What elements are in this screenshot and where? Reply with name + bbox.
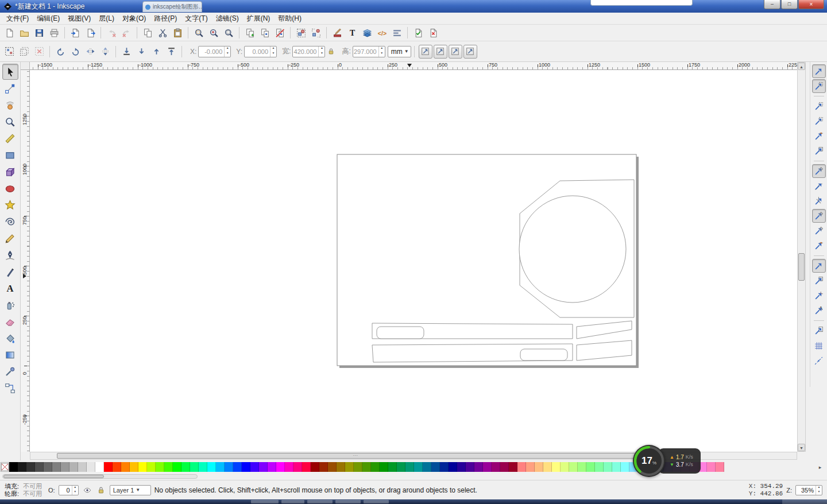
snap-other-points-toggle[interactable] xyxy=(812,259,826,273)
close-button[interactable]: × xyxy=(798,0,824,9)
palette-swatch[interactable] xyxy=(492,462,500,472)
palette-swatch[interactable] xyxy=(319,462,328,472)
palette-swatch[interactable] xyxy=(78,462,87,472)
palette-swatch[interactable] xyxy=(147,462,156,472)
snap-object-centers-toggle[interactable] xyxy=(812,274,826,288)
create-clone-button[interactable] xyxy=(257,25,272,40)
menu-help[interactable]: 帮助(H) xyxy=(274,13,306,25)
palette-swatch[interactable] xyxy=(526,462,535,472)
vertical-ruler[interactable]: 125010007505002500-250 xyxy=(21,70,30,452)
taskbar-window-button[interactable] xyxy=(281,500,304,503)
tool-selector[interactable] xyxy=(2,64,18,80)
taskbar-window-button[interactable] xyxy=(335,500,361,503)
palette-swatch[interactable] xyxy=(543,462,552,472)
taskbar-window-button[interactable] xyxy=(251,500,279,503)
snap-bbox-corners-toggle[interactable] xyxy=(812,114,826,128)
snap-cusp-nodes-toggle[interactable] xyxy=(812,209,826,223)
drawing-circle[interactable] xyxy=(519,196,626,303)
network-speed-overlay[interactable]: ▲ 1.7 K/s ▼ 3.7 K/s 17 % xyxy=(633,443,713,479)
height-input[interactable]: 297.000 xyxy=(353,46,385,57)
background-browser-tab[interactable]: inkscape绘制图形….jpg xyxy=(142,1,202,12)
spinner-arrows[interactable] xyxy=(72,486,78,495)
menu-filters[interactable]: 滤镜(S) xyxy=(212,13,243,25)
palette-swatch[interactable] xyxy=(26,462,35,472)
tool-spray[interactable] xyxy=(2,297,18,313)
snap-bounding-box-toggle[interactable] xyxy=(812,79,826,93)
palette-swatch[interactable] xyxy=(380,462,388,472)
snap-smooth-nodes-toggle[interactable] xyxy=(812,224,826,238)
maximize-button[interactable]: □ xyxy=(781,0,798,9)
palette-swatch[interactable] xyxy=(104,462,113,472)
spinner-arrows[interactable] xyxy=(378,46,385,57)
palette-swatch[interactable] xyxy=(371,462,380,472)
palette-swatch[interactable] xyxy=(535,462,543,472)
zoom-to-drawing-button[interactable] xyxy=(206,25,221,40)
horizontal-ruler[interactable]: -1500-1250-1000-750-500-2500250500750100… xyxy=(30,62,797,70)
lower-button[interactable] xyxy=(134,44,149,59)
tool-measure[interactable] xyxy=(2,130,18,146)
palette-swatch[interactable] xyxy=(500,462,509,472)
palette-swatch[interactable] xyxy=(474,462,483,472)
palette-swatch[interactable] xyxy=(388,462,397,472)
tool-3d-box[interactable] xyxy=(2,164,18,180)
rotate-cw-button[interactable] xyxy=(68,44,83,59)
menu-object[interactable]: 对象(O) xyxy=(118,13,150,25)
tool-node-editor[interactable] xyxy=(2,80,18,96)
select-all-layers-button[interactable] xyxy=(17,44,32,59)
palette-swatch[interactable] xyxy=(578,462,586,472)
menu-layer[interactable]: 层(L) xyxy=(95,13,118,25)
palette-swatch[interactable] xyxy=(121,462,130,472)
tool-tweak[interactable] xyxy=(2,97,18,113)
text-dialog-button[interactable] xyxy=(345,25,360,40)
horizontal-scroll-thumb[interactable]: ⋯ xyxy=(57,453,654,459)
tool-pencil[interactable] xyxy=(2,230,18,246)
import-button[interactable] xyxy=(68,25,83,40)
zoom-to-page-button[interactable] xyxy=(221,25,236,40)
new-document-button[interactable] xyxy=(2,25,17,40)
palette-scroll-arrow[interactable]: ▸ xyxy=(816,464,824,470)
palette-swatch[interactable] xyxy=(190,462,199,472)
opacity-input[interactable]: 0 xyxy=(59,485,79,495)
palette-swatch[interactable] xyxy=(216,462,225,472)
menu-file[interactable]: 文件(F) xyxy=(2,13,33,25)
palette-swatch[interactable] xyxy=(61,462,69,472)
minimize-button[interactable]: – xyxy=(764,0,780,9)
palette-swatch[interactable] xyxy=(242,462,250,472)
align-distribute-button[interactable] xyxy=(389,25,404,40)
menu-extensions[interactable]: 扩展(N) xyxy=(243,13,275,25)
palette-swatch[interactable] xyxy=(276,462,285,472)
y-input[interactable]: 0.000 xyxy=(244,46,277,57)
tool-star[interactable] xyxy=(2,197,18,213)
zoom-input[interactable]: 35% xyxy=(795,485,822,495)
palette-swatch[interactable] xyxy=(552,462,561,472)
snap-bbox-edge-midpoints-toggle[interactable] xyxy=(812,129,826,143)
transform-stroke-toggle[interactable] xyxy=(419,45,432,59)
tool-paint-bucket[interactable] xyxy=(2,330,18,346)
taskbar-window-button[interactable] xyxy=(307,500,333,503)
fill-stroke-indicator[interactable]: 填充:不可用 轮廓:不可用 xyxy=(5,483,45,498)
width-input[interactable]: 420.000 xyxy=(292,46,325,57)
group-button[interactable] xyxy=(293,25,308,40)
transform-gradient-toggle[interactable] xyxy=(449,45,462,59)
palette-swatch[interactable] xyxy=(69,462,78,472)
layer-select[interactable]: Layer 1 xyxy=(110,485,151,495)
palette-swatch[interactable] xyxy=(466,462,474,472)
flip-horizontal-button[interactable] xyxy=(83,44,98,59)
lock-ratio-toggle[interactable] xyxy=(325,44,337,59)
palette-swatch[interactable] xyxy=(9,462,18,472)
snap-nodes-toggle[interactable] xyxy=(812,164,826,178)
palette-swatch[interactable] xyxy=(716,462,724,472)
palette-swatch[interactable] xyxy=(293,462,302,472)
palette-swatch[interactable] xyxy=(87,462,95,472)
preferences-button[interactable] xyxy=(411,25,426,40)
palette-swatch[interactable] xyxy=(612,462,621,472)
tool-zoom[interactable] xyxy=(2,114,18,130)
redo-button[interactable] xyxy=(119,25,134,40)
palette-swatch[interactable] xyxy=(604,462,612,472)
taskbar-tray[interactable] xyxy=(782,499,827,504)
spinner-arrows[interactable] xyxy=(270,46,276,57)
layer-lock-toggle[interactable] xyxy=(96,485,106,495)
palette-swatch[interactable] xyxy=(250,462,259,472)
unit-select[interactable]: mm xyxy=(388,46,411,57)
tool-rectangle[interactable] xyxy=(2,147,18,163)
